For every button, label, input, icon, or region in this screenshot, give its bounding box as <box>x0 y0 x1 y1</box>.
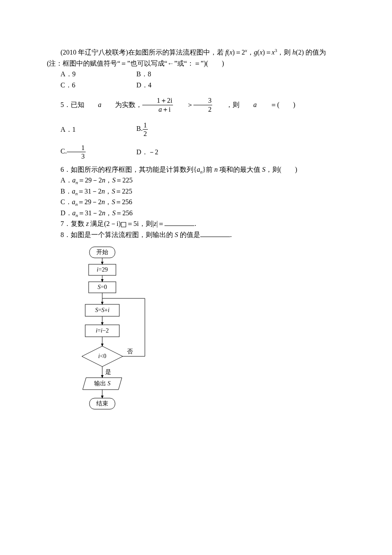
q5-mid2: ，则 <box>212 99 239 110</box>
intro-opt-b: B．8 <box>136 69 151 80</box>
q8-blank <box>200 230 230 237</box>
flow-s-init-text: S=0 <box>98 284 107 290</box>
intro-text1c: 的值为 <box>304 49 326 56</box>
intro-g: g <box>254 49 257 56</box>
q5-opt-b: B.12 <box>136 121 148 138</box>
question-5: 5．已知 a 为实数， 1＋2i a＋i ＞ 3 2 ，则 a ＝( ) A．1… <box>47 96 345 160</box>
intro-x1: x <box>229 49 232 56</box>
q6-opt-a: A．an＝29－2n，S＝225 <box>47 175 345 186</box>
intro-h: h <box>292 49 296 56</box>
question-6: 6．如图所示的程序框图，其功能是计算数列{an}前 n 项和的最大值 S，则( … <box>47 164 345 219</box>
q5-stem: 5．已知 a 为实数， 1＋2i a＋i ＞ 3 2 ，则 a ＝( ) <box>47 96 345 113</box>
intro-text1b: ，则 <box>277 49 292 56</box>
q6-opt-d: D．an＝31－2n，S＝256 <box>47 208 345 219</box>
flowchart: 开始 i=29 S=0 S=S+i i=i−2 i<0 否 是 输出 S <box>72 245 345 436</box>
q5-gt: ＞ <box>173 99 193 110</box>
q5-frac-left-num: 1＋2i <box>142 96 173 105</box>
q5-frac-right-den: 2 <box>193 105 212 113</box>
flow-no-label: 否 <box>127 348 133 355</box>
q7-blank <box>164 219 194 226</box>
intro-opt-c: C．6 <box>47 80 136 91</box>
q5-c-frac: 13 <box>67 144 86 160</box>
q5-opt-c: C.13 <box>47 144 136 160</box>
flow-i-init-text: i=29 <box>97 266 108 273</box>
q5-opts-row2: C.13 D．－2 <box>47 144 345 160</box>
flow-output-text: 输出 S <box>94 380 111 387</box>
intro-two: 2 <box>298 49 302 56</box>
intro-x2: x <box>259 49 262 56</box>
q5-frac-left-den: a＋i <box>142 105 173 113</box>
flow-yes-label: 是 <box>105 369 111 375</box>
intro-opt-d: D．4 <box>136 80 152 91</box>
intro-eq2: ＝ <box>265 49 272 56</box>
q5-opt-d: D．－2 <box>136 147 159 158</box>
flowchart-svg: 开始 i=29 S=0 S=S+i i=i−2 i<0 否 是 输出 S <box>72 245 166 436</box>
q5-c-pre: C. <box>61 147 67 155</box>
intro-f: f <box>225 49 227 56</box>
flow-i-upd-text: i=i−2 <box>96 327 109 334</box>
intro-question: (2010 年辽宁八校联考)在如图所示的算法流程图中，若 f(x)＝2x，g(x… <box>47 47 345 90</box>
flow-end-text: 结束 <box>96 400 108 407</box>
q5-a2: a <box>239 99 257 110</box>
q5-b-frac: 12 <box>143 121 148 138</box>
flow-s-upd-text: S=S+i <box>95 307 110 313</box>
intro-opts-row2: C．6 D．4 <box>47 80 345 91</box>
q5-b-pre: B. <box>136 125 143 132</box>
placeholder-box-icon <box>121 222 126 227</box>
q5-lead: 5．已知 <box>47 99 84 110</box>
intro-line1: (2010 年辽宁八校联考)在如图所示的算法流程图中，若 f(x)＝2x，g(x… <box>47 47 345 58</box>
flow-decision-text: i<0 <box>98 353 107 359</box>
intro-x3: x <box>272 49 275 56</box>
q5-frac-right-num: 3 <box>193 96 212 105</box>
q5-opt-a: A．1 <box>47 124 136 135</box>
q6-stem: 6．如图所示的程序框图，其功能是计算数列{an}前 n 项和的最大值 S，则( … <box>47 164 345 175</box>
intro-opt-a: A．9 <box>47 69 136 80</box>
q5-frac-right: 3 2 <box>193 96 212 113</box>
question-8: 8．如图是一个算法流程图，则输出的 S 的值是. <box>47 229 345 240</box>
intro-opts-row1: A．9 B．8 <box>47 69 345 80</box>
q5-eq: ＝( ) <box>257 99 295 110</box>
q6-opt-b: B．an＝31－2n，S＝225 <box>47 186 345 197</box>
q5-a: a <box>84 99 101 110</box>
q5-opts-row1: A．1 B.12 <box>47 121 345 138</box>
flow-start-text: 开始 <box>96 249 108 255</box>
intro-eq1: ＝2 <box>235 49 245 56</box>
q5-mid1: 为实数， <box>101 99 142 110</box>
intro-text1: (2010 年辽宁八校联考)在如图所示的算法流程图中，若 <box>61 49 225 56</box>
intro-line2: (注：框图中的赋值符号“＝”也可以写成“←”或“：＝”)( ) <box>47 58 345 69</box>
q6-opt-c: C．an＝29－2n，S＝256 <box>47 197 345 208</box>
question-7: 7．复数 z 满足(2－i)＝5i，则|z|＝. <box>47 218 345 229</box>
intro-exp-x: x <box>245 48 247 53</box>
q5-frac-left: 1＋2i a＋i <box>142 96 173 113</box>
